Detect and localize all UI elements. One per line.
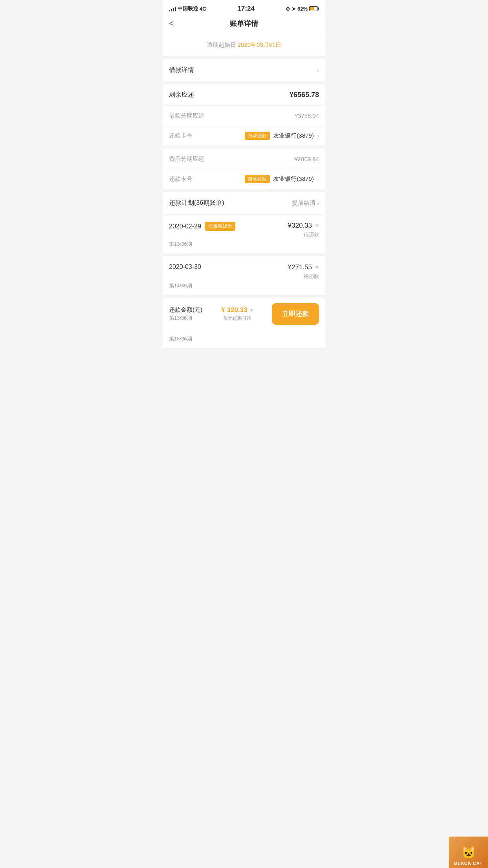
triangle-icon-2 xyxy=(315,266,319,269)
plan-amount-value-2: ¥271.55 xyxy=(288,263,312,271)
overdue-date: 2020年03月01日 xyxy=(238,41,282,48)
repay-amount-label: 还款金额(元) xyxy=(169,306,202,314)
plan-title: 还款计划(36期账单) xyxy=(169,199,224,207)
loan-card-right: 自动还款 农业银行(3879) › xyxy=(245,132,319,140)
loan-installment-value: ¥3755.94 xyxy=(294,112,319,119)
battery-icon xyxy=(309,6,319,11)
plan-amount-1: ¥320.33 待还款 xyxy=(288,222,319,238)
loan-card-bank: 农业银行(3879) xyxy=(273,132,314,140)
triangle-icon-1 xyxy=(315,224,319,227)
plan-period-1: 第13/36期 xyxy=(169,241,319,248)
nav-bar: < 账单详情 xyxy=(163,15,325,34)
remaining-row: 剩余应还 ¥6565.78 xyxy=(163,85,325,106)
plan-status-2: 待还款 xyxy=(288,273,319,280)
fee-installment-label: 费用分期应还 xyxy=(169,155,204,163)
back-button[interactable]: < xyxy=(169,18,174,29)
signal-icon xyxy=(169,6,176,11)
plan-date-area-2: 2020-03-30 xyxy=(169,263,201,270)
early-settlement-button[interactable]: 提前结清 › xyxy=(292,199,319,207)
overdue-prefix: 逾期起始日 xyxy=(207,41,236,48)
fee-card-row[interactable]: 还款卡号 自动还款 农业银行(3879) › xyxy=(163,169,325,189)
fee-installment-value: ¥2809.84 xyxy=(294,156,319,162)
page-title: 账单详情 xyxy=(230,19,258,28)
fee-card-chevron: › xyxy=(317,176,319,183)
plan-item-2: 2020-03-30 ¥271.55 待还款 第14/36期 xyxy=(163,256,325,298)
early-settlement-label: 提前结清 xyxy=(292,199,316,207)
overdue-badge-1: 已逾期18天 xyxy=(205,222,235,231)
repay-amount-value: ¥ 320.33 xyxy=(221,306,247,314)
remaining-value: ¥6565.78 xyxy=(290,91,319,99)
repay-period: 第13/36期 xyxy=(169,314,202,322)
plan-header: 还款计划(36期账单) 提前结清 › xyxy=(163,192,325,215)
plan-status-1: 待还款 xyxy=(288,231,319,238)
plan-date-2: 2020-03-30 xyxy=(169,263,201,270)
plan-period-3: 第15/36期 xyxy=(169,336,192,342)
plan-date-area-1: 2020-02-29 已逾期18天 xyxy=(169,222,235,231)
repay-note: 暂无优惠可用 xyxy=(221,315,253,322)
loan-installment-row: 借款分期应还 ¥3755.94 xyxy=(163,106,325,126)
status-left: 中国联通 4G xyxy=(169,5,206,12)
dropdown-icon[interactable]: ▾ xyxy=(250,307,253,314)
carrier-label: 中国联通 xyxy=(178,5,198,12)
loan-detail-chevron: › xyxy=(317,66,319,74)
fee-auto-badge: 自动还款 xyxy=(245,175,270,183)
overdue-banner: 逾期起始日 2020年03月01日 xyxy=(163,34,325,59)
battery-percent: 62% xyxy=(297,6,308,12)
loan-card-row[interactable]: 还款卡号 自动还款 农业银行(3879) › xyxy=(163,126,325,146)
fee-card-right: 自动还款 农业银行(3879) › xyxy=(245,175,319,183)
navigation-icon: ➤ xyxy=(292,6,296,12)
plan-item-1: 2020-02-29 已逾期18天 ¥320.33 待还款 第13/36期 xyxy=(163,215,325,256)
loan-card-label: 还款卡号 xyxy=(169,132,193,140)
plan-period-2: 第14/36期 xyxy=(169,282,319,289)
status-bar: 中国联通 4G 17:24 ⊕ ➤ 62% xyxy=(163,0,325,15)
fee-installment-row: 费用分期应还 ¥2809.84 xyxy=(163,149,325,169)
loan-detail-label: 借款详情 xyxy=(169,66,194,74)
plan-amount-value-1: ¥320.33 xyxy=(288,222,312,230)
loan-detail-row[interactable]: 借款详情 › xyxy=(163,59,325,85)
pay-now-button[interactable]: 立即还款 xyxy=(272,303,319,325)
loan-card-chevron: › xyxy=(317,132,319,140)
loan-auto-badge: 自动还款 xyxy=(245,132,270,140)
network-label: 4G xyxy=(200,6,206,12)
plan-amount-2: ¥271.55 待还款 xyxy=(288,263,319,280)
bottom-bar: 还款金额(元) 第13/36期 ¥ 320.33 ▾ 暂无优惠可用 立即还款 xyxy=(163,298,325,329)
early-settlement-chevron: › xyxy=(317,200,319,206)
plan-item-3: 第15/36期 xyxy=(163,329,325,348)
amount-section: 剩余应还 ¥6565.78 借款分期应还 ¥3755.94 还款卡号 自动还款 … xyxy=(163,85,325,189)
fee-card-bank: 农业银行(3879) xyxy=(273,175,314,183)
remaining-label: 剩余应还 xyxy=(169,91,194,99)
location-icon: ⊕ xyxy=(286,6,290,12)
bottom-bar-left: 还款金额(元) 第13/36期 xyxy=(169,306,202,322)
fee-card-label: 还款卡号 xyxy=(169,175,193,183)
time-label: 17:24 xyxy=(237,5,254,13)
status-right: ⊕ ➤ 62% xyxy=(286,6,319,12)
loan-installment-label: 借款分期应还 xyxy=(169,112,204,120)
bottom-bar-center: ¥ 320.33 ▾ 暂无优惠可用 xyxy=(221,306,253,322)
plan-date-1: 2020-02-29 xyxy=(169,223,201,230)
